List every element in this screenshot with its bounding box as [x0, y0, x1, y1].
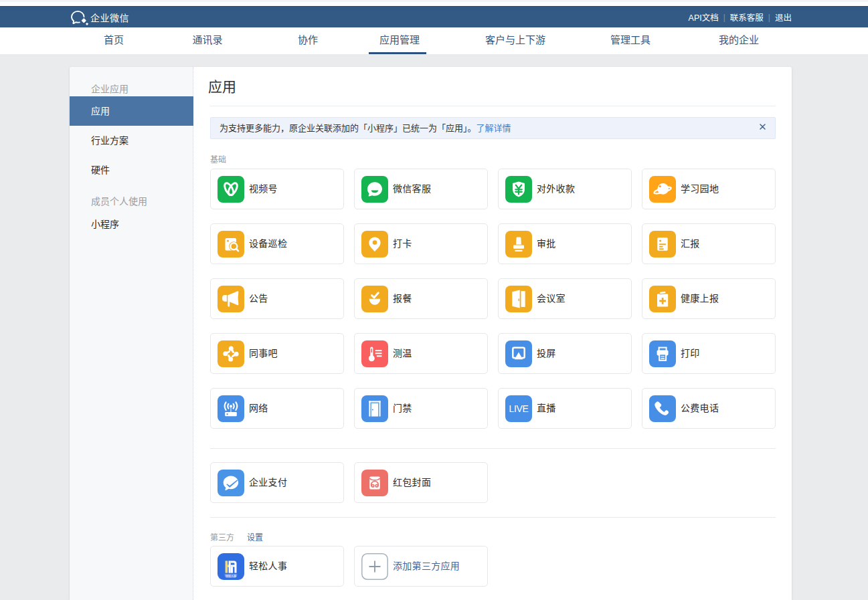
svg-text:轻松人事: 轻松人事 [226, 574, 236, 578]
svg-text:LIVE: LIVE [509, 403, 529, 414]
